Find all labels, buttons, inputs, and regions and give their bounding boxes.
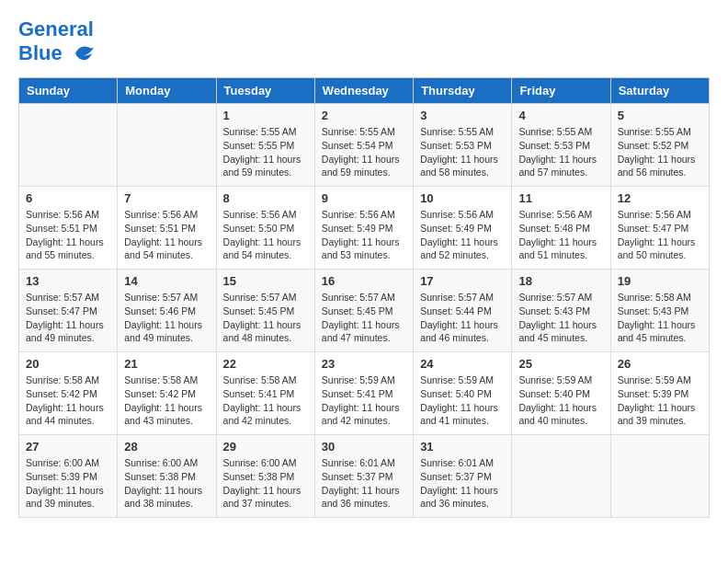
calendar-header-row: SundayMondayTuesdayWednesdayThursdayFrid… <box>19 78 710 104</box>
page-header: General Blue <box>18 18 710 68</box>
day-info: Sunrise: 5:56 AM Sunset: 5:49 PM Dayligh… <box>322 208 406 262</box>
day-number: 15 <box>223 274 308 288</box>
calendar-cell <box>19 104 118 187</box>
day-number: 23 <box>322 357 406 371</box>
day-header-friday: Friday <box>512 78 610 104</box>
day-info: Sunrise: 5:55 AM Sunset: 5:54 PM Dayligh… <box>322 125 406 179</box>
calendar-cell: 31Sunrise: 6:01 AM Sunset: 5:37 PM Dayli… <box>414 435 512 518</box>
calendar-cell: 22Sunrise: 5:58 AM Sunset: 5:41 PM Dayli… <box>216 352 314 435</box>
calendar-cell: 13Sunrise: 5:57 AM Sunset: 5:47 PM Dayli… <box>19 270 118 352</box>
calendar-cell: 2Sunrise: 5:55 AM Sunset: 5:54 PM Daylig… <box>314 104 413 187</box>
logo-text: General <box>18 18 97 40</box>
calendar-week-row: 20Sunrise: 5:58 AM Sunset: 5:42 PM Dayli… <box>19 352 710 435</box>
day-number: 10 <box>420 191 505 205</box>
day-header-saturday: Saturday <box>610 78 709 104</box>
day-info: Sunrise: 5:55 AM Sunset: 5:52 PM Dayligh… <box>618 125 702 179</box>
day-number: 20 <box>26 357 110 371</box>
day-number: 8 <box>223 191 308 205</box>
logo: General Blue <box>18 18 97 68</box>
day-info: Sunrise: 5:56 AM Sunset: 5:49 PM Dayligh… <box>420 208 505 262</box>
calendar-cell: 23Sunrise: 5:59 AM Sunset: 5:41 PM Dayli… <box>314 352 413 435</box>
day-number: 26 <box>618 357 702 371</box>
day-info: Sunrise: 6:00 AM Sunset: 5:38 PM Dayligh… <box>124 456 209 511</box>
calendar-cell: 14Sunrise: 5:57 AM Sunset: 5:46 PM Dayli… <box>118 270 216 352</box>
day-number: 31 <box>420 440 505 454</box>
calendar-cell: 18Sunrise: 5:57 AM Sunset: 5:43 PM Dayli… <box>512 270 610 352</box>
day-header-sunday: Sunday <box>19 78 118 104</box>
calendar-cell: 3Sunrise: 5:55 AM Sunset: 5:53 PM Daylig… <box>414 104 512 187</box>
calendar-cell: 29Sunrise: 6:00 AM Sunset: 5:38 PM Dayli… <box>216 435 314 518</box>
calendar-cell <box>610 435 709 518</box>
day-number: 5 <box>618 109 702 122</box>
day-info: Sunrise: 6:01 AM Sunset: 5:37 PM Dayligh… <box>322 456 406 511</box>
calendar-cell: 28Sunrise: 6:00 AM Sunset: 5:38 PM Dayli… <box>118 435 216 518</box>
day-info: Sunrise: 5:58 AM Sunset: 5:43 PM Dayligh… <box>618 291 702 345</box>
day-info: Sunrise: 6:01 AM Sunset: 5:37 PM Dayligh… <box>420 456 505 511</box>
day-info: Sunrise: 5:57 AM Sunset: 5:45 PM Dayligh… <box>223 291 308 345</box>
day-number: 12 <box>618 191 702 205</box>
calendar-cell <box>512 435 610 518</box>
day-header-thursday: Thursday <box>414 78 512 104</box>
day-info: Sunrise: 5:57 AM Sunset: 5:45 PM Dayligh… <box>322 291 406 345</box>
day-info: Sunrise: 5:57 AM Sunset: 5:46 PM Dayligh… <box>124 291 209 345</box>
calendar-cell: 17Sunrise: 5:57 AM Sunset: 5:44 PM Dayli… <box>414 270 512 352</box>
day-number: 18 <box>518 274 603 288</box>
calendar-cell: 6Sunrise: 5:56 AM Sunset: 5:51 PM Daylig… <box>19 187 118 270</box>
day-number: 30 <box>322 440 406 454</box>
day-info: Sunrise: 5:57 AM Sunset: 5:47 PM Dayligh… <box>26 291 110 345</box>
day-number: 27 <box>26 440 110 454</box>
calendar-cell: 10Sunrise: 5:56 AM Sunset: 5:49 PM Dayli… <box>414 187 512 270</box>
day-number: 3 <box>420 109 505 122</box>
day-info: Sunrise: 5:56 AM Sunset: 5:48 PM Dayligh… <box>518 208 603 262</box>
day-number: 21 <box>124 357 209 371</box>
calendar-cell: 5Sunrise: 5:55 AM Sunset: 5:52 PM Daylig… <box>610 104 709 187</box>
day-number: 11 <box>518 191 603 205</box>
calendar-cell: 19Sunrise: 5:58 AM Sunset: 5:43 PM Dayli… <box>610 270 709 352</box>
day-info: Sunrise: 5:59 AM Sunset: 5:39 PM Dayligh… <box>618 373 702 428</box>
calendar-cell: 20Sunrise: 5:58 AM Sunset: 5:42 PM Dayli… <box>19 352 118 435</box>
day-info: Sunrise: 5:55 AM Sunset: 5:53 PM Dayligh… <box>518 125 603 179</box>
day-info: Sunrise: 5:58 AM Sunset: 5:41 PM Dayligh… <box>223 373 308 428</box>
calendar-cell: 8Sunrise: 5:56 AM Sunset: 5:50 PM Daylig… <box>216 187 314 270</box>
day-info: Sunrise: 5:56 AM Sunset: 5:50 PM Dayligh… <box>223 208 308 262</box>
calendar-cell: 27Sunrise: 6:00 AM Sunset: 5:39 PM Dayli… <box>19 435 118 518</box>
day-info: Sunrise: 5:58 AM Sunset: 5:42 PM Dayligh… <box>124 373 209 428</box>
day-info: Sunrise: 6:00 AM Sunset: 5:39 PM Dayligh… <box>26 456 110 511</box>
day-info: Sunrise: 5:57 AM Sunset: 5:44 PM Dayligh… <box>420 291 505 345</box>
day-number: 25 <box>518 357 603 371</box>
day-info: Sunrise: 5:57 AM Sunset: 5:43 PM Dayligh… <box>518 291 603 345</box>
calendar-cell: 1Sunrise: 5:55 AM Sunset: 5:55 PM Daylig… <box>216 104 314 187</box>
calendar-cell: 30Sunrise: 6:01 AM Sunset: 5:37 PM Dayli… <box>314 435 413 518</box>
day-number: 22 <box>223 357 308 371</box>
calendar-week-row: 1Sunrise: 5:55 AM Sunset: 5:55 PM Daylig… <box>19 104 710 187</box>
calendar-cell: 4Sunrise: 5:55 AM Sunset: 5:53 PM Daylig… <box>512 104 610 187</box>
calendar-week-row: 27Sunrise: 6:00 AM Sunset: 5:39 PM Dayli… <box>19 435 710 518</box>
day-number: 19 <box>618 274 702 288</box>
day-header-wednesday: Wednesday <box>314 78 413 104</box>
day-number: 2 <box>322 109 406 122</box>
day-info: Sunrise: 5:56 AM Sunset: 5:47 PM Dayligh… <box>618 208 702 262</box>
day-info: Sunrise: 5:55 AM Sunset: 5:55 PM Dayligh… <box>223 125 308 179</box>
calendar-cell <box>118 104 216 187</box>
day-info: Sunrise: 5:56 AM Sunset: 5:51 PM Dayligh… <box>26 208 110 262</box>
day-number: 13 <box>26 274 110 288</box>
day-header-monday: Monday <box>118 78 216 104</box>
calendar-week-row: 6Sunrise: 5:56 AM Sunset: 5:51 PM Daylig… <box>19 187 710 270</box>
calendar-cell: 11Sunrise: 5:56 AM Sunset: 5:48 PM Dayli… <box>512 187 610 270</box>
day-number: 16 <box>322 274 406 288</box>
day-info: Sunrise: 5:59 AM Sunset: 5:41 PM Dayligh… <box>322 373 406 428</box>
day-number: 9 <box>322 191 406 205</box>
day-header-tuesday: Tuesday <box>216 78 314 104</box>
calendar-cell: 26Sunrise: 5:59 AM Sunset: 5:39 PM Dayli… <box>610 352 709 435</box>
day-number: 1 <box>223 109 308 122</box>
calendar-table: SundayMondayTuesdayWednesdayThursdayFrid… <box>18 77 710 518</box>
day-info: Sunrise: 5:55 AM Sunset: 5:53 PM Dayligh… <box>420 125 505 179</box>
logo-text2: Blue <box>18 40 97 68</box>
day-number: 7 <box>124 191 209 205</box>
day-info: Sunrise: 5:56 AM Sunset: 5:51 PM Dayligh… <box>124 208 209 262</box>
calendar-cell: 24Sunrise: 5:59 AM Sunset: 5:40 PM Dayli… <box>414 352 512 435</box>
day-number: 24 <box>420 357 505 371</box>
calendar-cell: 9Sunrise: 5:56 AM Sunset: 5:49 PM Daylig… <box>314 187 413 270</box>
calendar-cell: 21Sunrise: 5:58 AM Sunset: 5:42 PM Dayli… <box>118 352 216 435</box>
day-info: Sunrise: 5:58 AM Sunset: 5:42 PM Dayligh… <box>26 373 110 428</box>
